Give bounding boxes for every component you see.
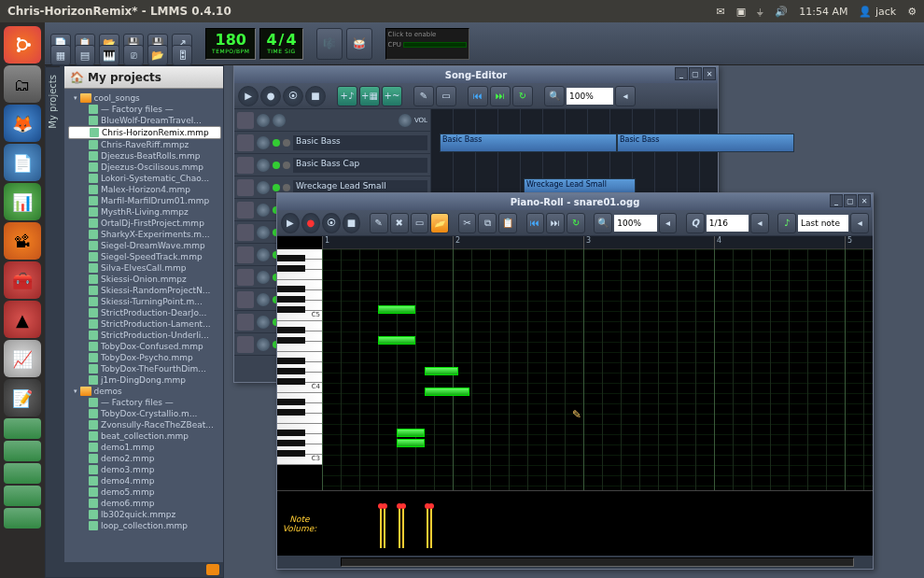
file-item[interactable]: Siegel-SpeedTrack.mmp [68,251,221,262]
notelen-select[interactable]: Last note [798,215,848,232]
stop-button[interactable]: ■ [343,213,361,233]
track-row[interactable]: Basic Bass Cap [234,154,430,176]
file-item[interactable]: TobyDox-Crystallio.m... [68,408,221,419]
velocity-bar[interactable] [402,506,404,548]
open-button[interactable]: 📂 [430,213,449,233]
song-editor-titlebar[interactable]: Song-Editor _ ▢ ✕ [234,66,718,83]
draw-button[interactable]: ✎ [370,213,388,233]
file-item[interactable]: Malex-Horizon4.mmp [68,184,221,195]
fwd-button[interactable]: ⏭ [490,86,511,106]
piano-keyboard[interactable]: C5C4C3 [277,249,322,490]
tempo-lcd[interactable]: 180 TEMPO/BPM [205,28,256,60]
firefox-icon[interactable]: 🦊 [4,105,41,142]
file-item[interactable]: OrtalDj-FirstProject.mmp [68,218,221,229]
erase-button[interactable]: ✖ [390,213,409,233]
copy-button[interactable]: ⧉ [478,213,497,233]
horizontal-scrollbar[interactable] [341,557,854,567]
impress-icon[interactable]: 📽 [4,222,41,260]
notes-toggle[interactable]: 📂 [147,45,168,65]
black-key[interactable] [277,286,305,292]
gear-icon[interactable]: ⚙ [907,6,917,18]
notes-icon[interactable]: 📝 [4,379,41,416]
file-item[interactable]: Skiessi-TurningPoint.m... [68,296,221,307]
back-button[interactable]: ⏮ [526,213,545,233]
cpu-meter[interactable]: Click to enable CPU [385,28,469,60]
loop-button[interactable]: ↻ [567,213,585,233]
timesig-lcd[interactable]: 4/4 TIME SIG [259,28,302,60]
piano-roll-titlebar[interactable]: Piano-Roll - snare01.ogg _ ▢ ✕ [277,193,873,210]
zoom-select[interactable]: 100% [567,88,613,105]
play-button[interactable]: ▶ [238,86,259,106]
file-item[interactable]: Djeezus-Oscilisous.mmp [68,162,221,173]
running-app-1[interactable] [4,418,41,439]
clip[interactable]: Basic Bass [440,134,617,152]
midi-note[interactable] [378,305,415,314]
dash-icon[interactable] [4,26,41,63]
songedit-toggle[interactable]: ▦ [50,45,71,65]
play-button[interactable]: ▶ [281,213,300,233]
select-button[interactable]: ▭ [411,213,429,233]
volume-icon[interactable]: 🔊 [775,6,788,18]
draw-icon[interactable]: 🧰 [4,261,41,299]
black-key[interactable] [277,440,305,446]
minimize-button[interactable]: _ [830,194,843,207]
file-item[interactable]: demo5.mmp [68,486,221,498]
black-key[interactable] [277,265,305,272]
fwd-button[interactable]: ⏭ [546,213,565,233]
midi-note[interactable] [397,439,425,447]
file-item[interactable]: StrictProduction-Underli... [68,330,221,341]
folder-cool_songs[interactable]: cool_songs [68,92,221,104]
maximize-button[interactable]: ▢ [689,67,702,80]
mail-icon[interactable]: ✉ [717,6,725,18]
file-item[interactable]: j1m-DingDong.mmp [68,374,221,386]
file-item[interactable]: Siegel-DreamWave.mmp [68,240,221,251]
file-item[interactable]: loop_collection.mmp [68,520,221,531]
files-icon[interactable]: 🗂 [4,65,41,103]
file-item[interactable]: Lokori-Systematic_Chao... [68,173,221,184]
black-key[interactable] [277,255,305,261]
q-left[interactable]: ◂ [750,213,769,233]
black-key[interactable] [277,296,305,303]
quantize-select[interactable]: 1/16 [707,215,749,232]
writer-icon[interactable]: 📄 [4,144,41,181]
recplay-button[interactable]: ⦿ [322,213,341,233]
midi-note[interactable] [378,336,415,345]
file-item[interactable]: demo4.mmp [68,475,221,486]
stop-button[interactable]: ■ [305,86,326,106]
file-item[interactable]: Djeezus-BeatRolls.mmp [68,150,221,162]
black-key[interactable] [277,409,305,416]
file-item[interactable]: demo3.mmp [68,464,221,475]
loop-button[interactable]: ↻ [512,86,533,106]
velocity-bar[interactable] [430,506,432,548]
wifi-icon[interactable]: ⏚ [757,6,763,18]
piano-roll-ruler[interactable]: 12345 [322,236,873,249]
project-tree[interactable]: cool_songs— Factory files —BlueWolf-Drea… [68,92,221,558]
black-key[interactable] [277,450,305,457]
folder-demos[interactable]: demos [68,386,221,397]
file-item[interactable]: Silva-ElvesCall.mmp [68,262,221,274]
file-item[interactable]: demo6.mmp [68,498,221,509]
song-editor-button[interactable]: 🎼 [316,28,343,60]
file-item[interactable]: StrictProduction-DearJo... [68,307,221,318]
file-item[interactable]: lb302quick.mmpz [68,509,221,520]
fx-toggle[interactable]: ⎚ [123,45,144,65]
minimize-button[interactable]: _ [675,67,688,80]
file-item[interactable]: BlueWolf-DreamTravel... [68,115,221,126]
file-item[interactable]: demo1.mmp [68,442,221,453]
add-track-button[interactable]: +♪ [337,86,357,106]
velocity-bars[interactable] [322,491,873,556]
add-bb-button[interactable]: +▦ [359,86,380,106]
file-item[interactable]: SharkyX-Experiments.m... [68,229,221,240]
clock[interactable]: 11:54 AM [799,6,847,18]
file-item[interactable]: Marfil-MarfilDrum01.mmp [68,195,221,206]
expand-icon[interactable] [206,564,219,575]
recplay-button[interactable]: ⦿ [283,86,303,106]
back-button[interactable]: ⏮ [468,86,488,106]
black-key[interactable] [277,358,305,364]
file-item[interactable]: Zvonsully-RaceTheZBeat... [68,419,221,430]
running-app-5[interactable] [4,508,41,529]
paste-button[interactable]: 📋 [498,213,517,233]
black-key[interactable] [277,306,305,313]
velocity-bar[interactable] [399,506,400,548]
black-key[interactable] [277,368,305,374]
